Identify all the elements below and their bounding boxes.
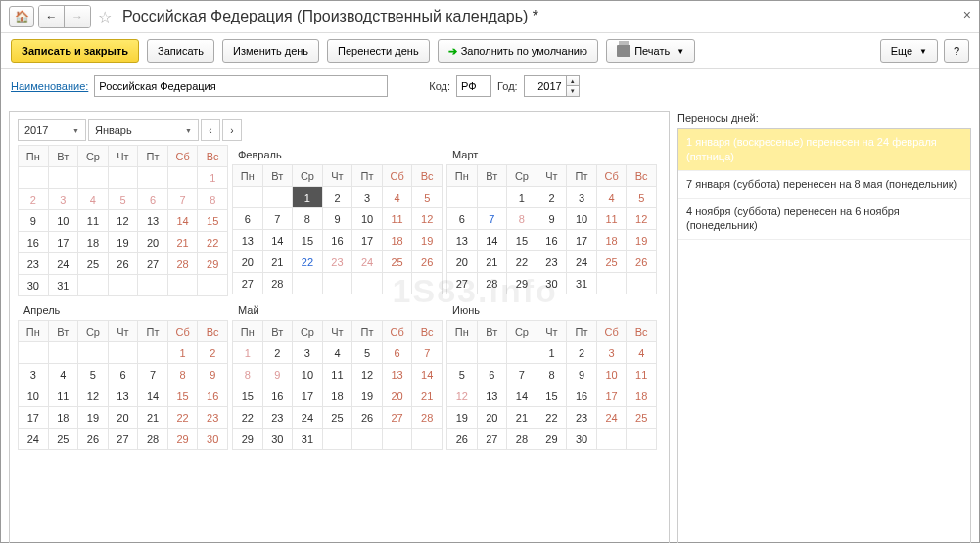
- calendar-day[interactable]: 5: [352, 342, 383, 364]
- calendar-day[interactable]: 25: [78, 253, 109, 275]
- calendar-day[interactable]: 14: [477, 230, 507, 251]
- calendar-day[interactable]: 27: [108, 429, 138, 450]
- save-button[interactable]: Записать: [147, 39, 214, 63]
- calendar-day[interactable]: 28: [167, 253, 198, 275]
- calendar-day[interactable]: 5: [108, 189, 138, 210]
- calendar-day[interactable]: 14: [262, 230, 293, 251]
- calendar-day[interactable]: 6: [447, 208, 478, 230]
- calendar-day[interactable]: 16: [262, 385, 293, 407]
- calendar-day[interactable]: 17: [293, 385, 323, 407]
- calendar-day[interactable]: 7: [477, 208, 507, 230]
- calendar-day[interactable]: 15: [233, 385, 263, 407]
- calendar-day[interactable]: 27: [477, 429, 507, 450]
- calendar-day[interactable]: 11: [596, 208, 627, 230]
- calendar-day[interactable]: 20: [477, 407, 507, 429]
- next-month-button[interactable]: ›: [222, 119, 242, 141]
- calendar-day[interactable]: 9: [198, 364, 228, 385]
- calendar-day[interactable]: 10: [352, 208, 383, 230]
- calendar-day[interactable]: 21: [138, 407, 168, 429]
- calendar-day[interactable]: 5: [78, 364, 109, 385]
- calendar-day[interactable]: 8: [233, 364, 263, 385]
- calendar-day[interactable]: 22: [167, 407, 198, 429]
- calendar-day[interactable]: 12: [78, 385, 109, 407]
- calendar-day[interactable]: 26: [627, 251, 657, 273]
- calendar-day[interactable]: 18: [596, 230, 627, 251]
- calendar-day[interactable]: 5: [412, 187, 443, 208]
- close-icon[interactable]: ×: [963, 7, 971, 23]
- month-selector[interactable]: Январь▼: [88, 119, 199, 141]
- prev-month-button[interactable]: ‹: [201, 119, 220, 141]
- calendar-day[interactable]: 22: [537, 407, 567, 429]
- calendar-day[interactable]: 14: [138, 385, 168, 407]
- calendar-day[interactable]: 26: [108, 253, 138, 275]
- calendar-day[interactable]: 8: [537, 364, 567, 385]
- year-down-button[interactable]: ▼: [567, 86, 579, 96]
- calendar-day[interactable]: 26: [78, 429, 109, 450]
- calendar-day[interactable]: 14: [507, 385, 537, 407]
- calendar-day[interactable]: 28: [412, 407, 443, 429]
- calendar-day[interactable]: 3: [352, 187, 383, 208]
- move-day-button[interactable]: Перенести день: [327, 39, 430, 63]
- calendar-day[interactable]: 1: [293, 187, 323, 208]
- calendar-day[interactable]: 3: [596, 342, 627, 364]
- calendar-day[interactable]: 30: [19, 275, 49, 296]
- calendar-day[interactable]: 15: [167, 385, 198, 407]
- calendar-day[interactable]: 20: [138, 232, 168, 253]
- calendar-day[interactable]: 10: [567, 208, 597, 230]
- calendar-day[interactable]: 7: [412, 342, 443, 364]
- calendar-day[interactable]: 11: [322, 364, 352, 385]
- calendar-day[interactable]: 12: [352, 364, 383, 385]
- calendar-day[interactable]: 25: [596, 251, 627, 273]
- calendar-day[interactable]: 12: [108, 210, 138, 232]
- calendar-day[interactable]: 11: [627, 364, 657, 385]
- calendar-day[interactable]: 19: [108, 232, 138, 253]
- calendar-day[interactable]: 11: [48, 385, 78, 407]
- calendar-day[interactable]: 2: [537, 187, 567, 208]
- calendar-day[interactable]: 18: [382, 230, 412, 251]
- calendar-day[interactable]: 10: [48, 210, 78, 232]
- calendar-day[interactable]: 29: [507, 273, 537, 294]
- calendar-day[interactable]: 24: [596, 407, 627, 429]
- calendar-day[interactable]: 7: [262, 208, 293, 230]
- calendar-day[interactable]: 17: [596, 385, 627, 407]
- calendar-day[interactable]: 17: [19, 407, 49, 429]
- calendar-day[interactable]: 4: [627, 342, 657, 364]
- home-button[interactable]: 🏠: [9, 6, 34, 27]
- year-field[interactable]: [524, 75, 567, 97]
- calendar-day[interactable]: 24: [293, 407, 323, 429]
- calendar-day[interactable]: 23: [322, 251, 352, 273]
- calendar-day[interactable]: 8: [507, 208, 537, 230]
- help-button[interactable]: ?: [944, 39, 969, 63]
- calendar-day[interactable]: 28: [138, 429, 168, 450]
- calendar-day[interactable]: 21: [477, 251, 507, 273]
- calendar-day[interactable]: 4: [78, 189, 109, 210]
- calendar-day[interactable]: 13: [138, 210, 168, 232]
- calendar-day[interactable]: 14: [167, 210, 198, 232]
- calendar-day[interactable]: 9: [537, 208, 567, 230]
- calendar-day[interactable]: 19: [447, 407, 478, 429]
- calendar-day[interactable]: 22: [198, 232, 228, 253]
- more-button[interactable]: Еще ▼: [880, 39, 938, 63]
- calendar-day[interactable]: 20: [382, 385, 412, 407]
- change-day-button[interactable]: Изменить день: [222, 39, 319, 63]
- calendar-day[interactable]: 23: [262, 407, 293, 429]
- calendar-day[interactable]: 28: [477, 273, 507, 294]
- calendar-day[interactable]: 25: [322, 407, 352, 429]
- calendar-day[interactable]: 6: [138, 189, 168, 210]
- calendar-day[interactable]: 30: [567, 429, 597, 450]
- calendar-day[interactable]: 12: [627, 208, 657, 230]
- calendar-day[interactable]: 28: [507, 429, 537, 450]
- calendar-day[interactable]: 5: [627, 187, 657, 208]
- back-button[interactable]: ←: [39, 6, 65, 27]
- calendar-day[interactable]: 11: [78, 210, 109, 232]
- calendar-day[interactable]: 19: [78, 407, 109, 429]
- calendar-day[interactable]: 6: [233, 208, 263, 230]
- calendar-day[interactable]: 2: [198, 342, 228, 364]
- calendar-day[interactable]: 8: [167, 364, 198, 385]
- calendar-day[interactable]: 31: [48, 275, 78, 296]
- calendar-day[interactable]: 23: [19, 253, 49, 275]
- calendar-day[interactable]: 13: [382, 364, 412, 385]
- calendar-day[interactable]: 16: [322, 230, 352, 251]
- print-button[interactable]: Печать ▼: [606, 39, 695, 63]
- calendar-day[interactable]: 20: [447, 251, 478, 273]
